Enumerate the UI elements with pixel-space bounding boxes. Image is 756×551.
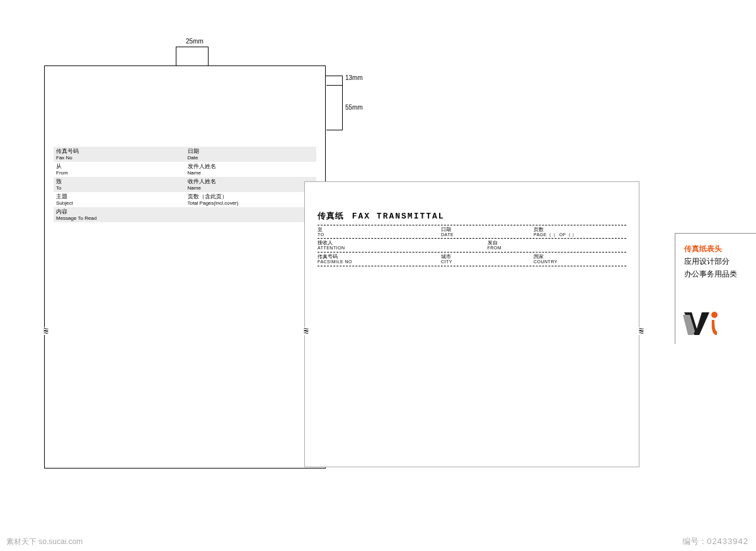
field-en: FROM [488,246,627,251]
field-cn: 收件人姓名 [188,178,317,185]
field-en: Fax No [56,155,185,161]
field-cn: 致 [56,178,185,185]
field-en: PAGE（ ） OF（ ） [534,232,626,237]
left-row: 致To 收件人姓名Name [54,177,316,192]
field-en: Total Pages(incl.cover) [188,200,317,207]
watermark-left: 素材天下 so.sucai.com [6,537,83,547]
field-cn: 发自 [488,240,627,246]
fax-right-row: 传真号码FACSIMILE NO 城市CITY 国家COUNTRY [318,253,626,266]
field-cn: 接收人 [318,240,488,246]
field-en: DATE [441,232,534,237]
dimension-55mm-bar [342,85,343,130]
field-en: Date [188,155,317,161]
field-en: ATTENTION [318,246,488,251]
field-cn: 国家 [534,254,626,259]
field-cn: 城市 [441,254,534,259]
fax-right-title: 传真纸 FAX TRANSMITTAL [318,210,445,222]
field-cn: 传真号码 [56,148,185,155]
left-fields: 传真号码Fax No 日期Date 从From 发件人姓名Name 致To 收件… [54,147,316,222]
info-card-title: 传真纸表头 [684,242,750,255]
dimension-13mm-bar [342,76,343,86]
vi-logo-icon [683,310,721,338]
field-cn: 页数（含此页） [188,193,317,200]
field-cn: 发件人姓名 [188,163,317,170]
field-cn: 内容 [56,208,185,215]
svg-point-2 [711,312,718,318]
field-cn: 页数 [534,227,626,232]
left-row: 传真号码Fax No 日期Date [54,147,316,162]
field-cn: 主题 [56,193,185,200]
field-en: CITY [441,259,534,264]
fax-right-grid: 至TO 日期DATE 页数PAGE（ ） OF（ ） 接收人ATTENTION … [318,225,626,266]
watermark-right-value: 02433942 [707,537,748,546]
dimension-55mm-bot [326,130,343,130]
dimension-55mm-label: 55mm [345,104,363,111]
field-en: Subject [56,200,185,207]
info-card: 传真纸表头 应用设计部分 办公事务用品类 [675,233,756,344]
left-row: 内容Message To Read [54,207,316,222]
field-cn: 日期 [188,148,317,155]
page-break-mark [632,327,651,335]
field-en: Name [188,170,317,176]
page-break-mark [297,327,316,335]
fax-right-title-en: FAX TRANSMITTAL [352,212,445,221]
dimension-55mm-top [326,85,343,86]
field-en: TO [318,232,441,237]
field-en: To [56,185,185,191]
field-cn: 传真号码 [318,254,441,259]
fax-page-left: 传真号码Fax No 日期Date 从From 发件人姓名Name 致To 收件… [44,65,326,469]
field-en: Message To Read [56,215,185,222]
field-en: Name [188,185,317,191]
watermark-right-label: 编号： [682,537,707,546]
fax-right-row: 至TO 日期DATE 页数PAGE（ ） OF（ ） [318,225,626,239]
dimension-25mm-bar [176,47,209,47]
fax-page-right: 传真纸 FAX TRANSMITTAL 至TO 日期DATE 页数PAGE（ ）… [304,181,639,467]
field-cn: 从 [56,163,185,170]
dimension-13mm-label: 13mm [345,74,363,81]
left-row: 从From 发件人姓名Name [54,162,316,177]
left-row: 主题Subject 页数（含此页）Total Pages(incl.cover) [54,192,316,207]
field-en: FACSIMILE NO [318,259,441,264]
fax-right-row: 接收人ATTENTION 发自FROM [318,239,626,253]
field-en: COUNTRY [534,259,626,264]
field-cn: 至 [318,227,441,232]
dimension-25mm-label: 25mm [186,38,203,45]
fax-right-title-cn: 传真纸 [318,211,344,220]
info-card-line: 办公事务用品类 [684,268,750,280]
watermark-right: 编号：02433942 [682,536,748,547]
page-break-mark [37,327,55,335]
field-cn: 日期 [441,227,534,232]
field-en: From [56,170,185,176]
info-card-line: 应用设计部分 [684,255,750,268]
